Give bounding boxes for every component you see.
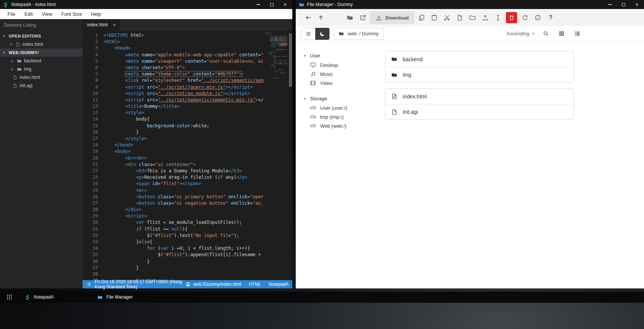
taskbar-item-file-manager[interactable]: File Manager — [93, 291, 136, 303]
menu-view[interactable]: View — [37, 9, 57, 19]
code-line: $("#flist").text("No input file"); — [104, 232, 292, 239]
restore-button[interactable] — [269, 2, 274, 7]
code-line: <script src="../script/jquery.min.js"></… — [104, 84, 292, 91]
close-button[interactable]: × — [634, 2, 639, 7]
tree-item-backend[interactable]: ▸backend — [0, 57, 83, 65]
refresh-icon — [522, 14, 528, 21]
line-number: 8 — [83, 77, 98, 84]
sidebar-section-header-storage[interactable]: Storage — [302, 94, 385, 103]
tree-item-init.agi[interactable]: init.agi — [0, 81, 83, 90]
file-item-backend[interactable]: backend — [385, 51, 573, 67]
line-number: 4 — [83, 52, 98, 58]
theme-toggle-button[interactable] — [315, 28, 330, 40]
cut-button[interactable] — [441, 11, 453, 24]
download-icon — [376, 15, 382, 21]
search-button[interactable] — [540, 28, 552, 40]
code-line: <!DOCTYPE html> — [104, 32, 292, 39]
path-display[interactable]: web: / Dummy — [333, 28, 384, 40]
close-button[interactable]: × — [283, 2, 288, 7]
scissors-icon — [444, 14, 450, 21]
chevron-down-icon: ▾ — [3, 34, 6, 38]
back-button[interactable] — [302, 11, 314, 24]
line-number: 16 — [83, 129, 98, 136]
help-button[interactable]: ? — [544, 11, 557, 24]
app-launcher-button[interactable] — [4, 291, 15, 303]
notepada-titlebar: NotepadA - index.html × — [0, 0, 292, 9]
grid-view-button[interactable] — [555, 28, 567, 40]
notepada-sidebar: Directory Listing ▾ OPEN EDITORS × index… — [0, 19, 83, 288]
paste-button[interactable] — [428, 11, 441, 24]
external-link-icon — [360, 14, 366, 21]
new-folder-icon — [469, 14, 476, 21]
tree-item-img[interactable]: ▸img — [0, 65, 83, 73]
caret-down-icon — [531, 31, 536, 36]
list-view-button[interactable] — [571, 28, 583, 40]
delete-button[interactable] — [506, 12, 517, 23]
scrollbar-thumb[interactable] — [289, 33, 292, 87]
sidebar-item-user-user[interactable]: User (user:/) — [302, 103, 385, 112]
chevron-down-icon: ▾ — [3, 51, 6, 54]
sort-order-dropdown[interactable]: Ascending — [506, 31, 536, 36]
hdd-icon — [310, 114, 316, 120]
status-app-name: NotepadA — [269, 282, 289, 287]
menu-file[interactable]: File — [3, 9, 20, 19]
new-folder-button[interactable] — [466, 11, 479, 24]
workspace-root[interactable]: ▾ WEB:/DUMMY/ — [0, 48, 83, 57]
open-button[interactable] — [344, 11, 357, 24]
folder-open-icon — [347, 14, 354, 21]
info-button[interactable] — [531, 11, 544, 24]
open-editor-item[interactable]: × index.html — [0, 40, 83, 48]
exchange-icon — [86, 282, 92, 287]
rename-button[interactable] — [492, 11, 504, 24]
sidebar-item-music[interactable]: Music — [302, 69, 385, 78]
file-item-img[interactable]: img — [385, 67, 573, 82]
folder-icon — [97, 294, 103, 300]
line-number: 29 — [83, 213, 98, 219]
open-in-new-window-button[interactable] — [357, 11, 369, 24]
sidebar-item-web-web[interactable]: Web (web:/) — [302, 121, 385, 130]
minimize-button[interactable] — [607, 2, 612, 7]
line-number: 37 — [83, 265, 98, 271]
open-editors-section[interactable]: ▾ OPEN EDITORS — [0, 32, 83, 40]
line-number: 23 — [83, 174, 98, 181]
menu-edit[interactable]: Edit — [20, 9, 37, 19]
line-number: 32 — [83, 232, 98, 239]
maximize-button[interactable] — [621, 2, 626, 7]
code-pane[interactable]: <!DOCTYPE html><html> <head> <meta name=… — [104, 32, 292, 280]
caret-down-icon — [302, 54, 307, 58]
taskbar-item-notepada[interactable]: NotepadA — [21, 291, 57, 303]
menu-toggle-button[interactable] — [301, 28, 315, 40]
file-group: index.htmlinit.agi — [385, 88, 574, 120]
download-button[interactable]: Download — [370, 11, 414, 24]
file-item-init.agi[interactable]: init.agi — [385, 104, 573, 119]
refresh-button[interactable] — [519, 11, 531, 24]
editor-scrollbar[interactable] — [289, 32, 292, 280]
file-item-index.html[interactable]: index.html — [385, 89, 573, 104]
code-content[interactable]: <!DOCTYPE html><html> <head> <meta name=… — [104, 32, 292, 280]
new-file-button[interactable] — [453, 11, 466, 24]
close-editor-icon[interactable]: × — [10, 42, 13, 47]
sidebar-item-video[interactable]: Video — [302, 78, 385, 88]
sidebar-item-tmp-tmp[interactable]: tmp (tmp:/) — [302, 112, 385, 121]
minimize-button[interactable] — [256, 2, 261, 7]
upload-button[interactable] — [479, 11, 492, 24]
tree-item-index.html[interactable]: index.html — [0, 73, 83, 81]
code-editor[interactable]: 1234567891011121314151617181920212223242… — [83, 30, 292, 280]
menu-help[interactable]: Help — [86, 9, 105, 19]
menu-font-size[interactable]: Font Size — [57, 9, 86, 19]
line-number: 1 — [83, 32, 98, 39]
up-button[interactable] — [314, 11, 327, 24]
code-line: } — [104, 258, 292, 265]
sidebar-section-header-user[interactable]: User — [302, 51, 385, 60]
sidebar-item-desktop[interactable]: Desktop — [302, 60, 385, 69]
close-tab-icon[interactable]: × — [113, 22, 116, 28]
copy-button[interactable] — [415, 11, 428, 24]
line-number: 6 — [83, 65, 98, 71]
tab-index-html[interactable]: index.html × — [83, 19, 120, 30]
copy-icon — [418, 14, 425, 21]
filemanager-window: File Manager - Dummy × Download — [296, 0, 644, 288]
line-number: 18 — [83, 142, 98, 148]
hdd-icon — [310, 123, 316, 129]
filemanager-window-title: File Manager - Dummy — [307, 2, 353, 7]
code-line: <head> — [104, 45, 292, 51]
